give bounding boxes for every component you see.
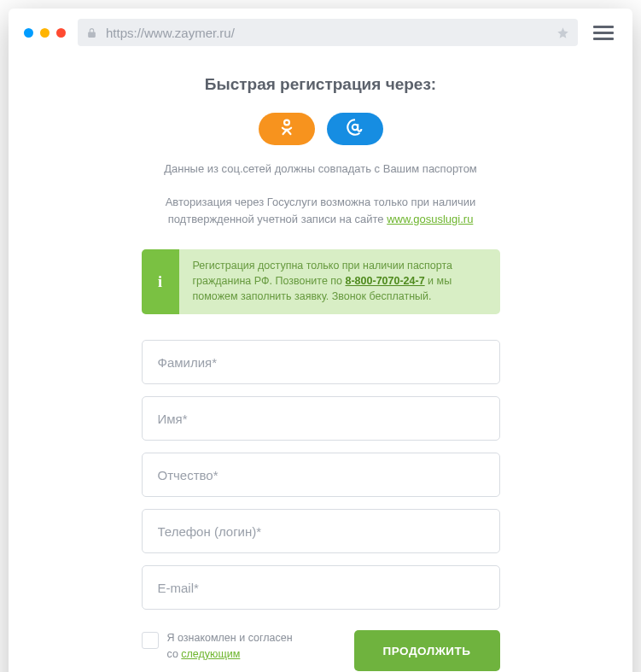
email-field[interactable] [142, 565, 500, 610]
gos-line1: Авторизация через Госуслуги возможна тол… [166, 196, 476, 208]
odnoklassniki-button[interactable] [259, 113, 315, 145]
at-sign-icon [346, 118, 364, 140]
url-text: https://www.zaymer.ru/ [106, 26, 548, 40]
info-line2a: гражданина РФ. Позвоните по [193, 275, 346, 287]
info-line3: поможем заполнить заявку. Звонок бесплат… [193, 290, 432, 302]
consent-link[interactable]: следующим [181, 648, 240, 660]
consent-block: Я ознакомлен и согласен со следующим [142, 630, 337, 663]
browser-bar: https://www.zaymer.ru/ [9, 9, 632, 56]
social-login-row [60, 113, 581, 145]
info-line2b: и мы [425, 275, 452, 287]
info-box: i Регистрация доступна только при наличи… [142, 249, 500, 314]
consent-line1: Я ознакомлен и согласен [167, 632, 293, 644]
patronymic-field[interactable] [142, 453, 500, 497]
submit-button[interactable]: ПРОДОЛЖИТЬ [354, 630, 500, 671]
lastname-field[interactable] [142, 340, 500, 384]
window-dot-blue[interactable] [24, 28, 33, 38]
bookmark-star-icon[interactable] [557, 26, 569, 39]
svg-point-0 [284, 120, 289, 126]
page-title: Быстрая регистрация через: [60, 75, 581, 94]
registration-form: Я ознакомлен и согласен со следующим ПРО… [142, 340, 500, 671]
form-bottom-row: Я ознакомлен и согласен со следующим ПРО… [142, 630, 500, 671]
info-phone-link[interactable]: 8-800-7070-24-7 [346, 275, 425, 287]
mailru-button[interactable] [327, 113, 383, 145]
menu-icon[interactable] [590, 26, 617, 40]
browser-window: https://www.zaymer.ru/ Быстрая регистрац… [9, 9, 632, 672]
info-line1: Регистрация доступна только при наличии … [193, 260, 453, 272]
info-text: Регистрация доступна только при наличии … [179, 249, 467, 314]
window-controls [24, 28, 66, 38]
firstname-field[interactable] [142, 396, 500, 441]
consent-text: Я ознакомлен и согласен со следующим [167, 630, 293, 663]
odnoklassniki-icon [279, 118, 294, 140]
phone-field[interactable] [142, 509, 500, 553]
window-dot-red[interactable] [56, 28, 66, 38]
page-content: Быстрая регистрация через: [9, 56, 632, 671]
consent-line2-prefix: со [167, 648, 182, 660]
info-icon: i [142, 249, 179, 314]
address-bar[interactable]: https://www.zaymer.ru/ [78, 19, 578, 46]
social-hint: Данные из соц.сетей должны совпадать с В… [60, 162, 581, 175]
gosuslugi-link[interactable]: www.gosuslugi.ru [387, 213, 473, 225]
window-dot-yellow[interactable] [40, 28, 50, 38]
lock-icon [86, 26, 97, 39]
consent-checkbox[interactable] [142, 632, 159, 649]
gosuslugi-note: Авторизация через Госуслуги возможна тол… [60, 194, 581, 227]
gos-line2-prefix: подтвержденной учетной записи на сайте [168, 213, 388, 225]
